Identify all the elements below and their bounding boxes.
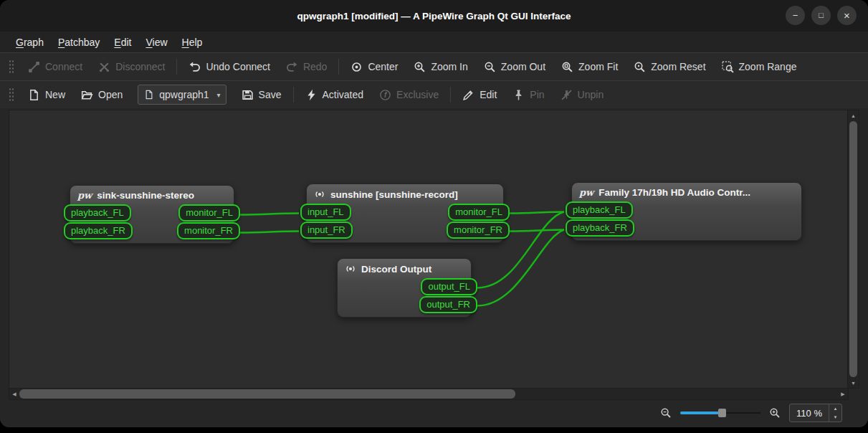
minimize-button[interactable]: − [786, 6, 805, 25]
menu-edit[interactable]: Edit [107, 34, 138, 50]
close-icon: × [844, 10, 850, 21]
node-family-hd-audio[interactable]: pw Family 17h/19h HD Audio Contr... play… [571, 182, 802, 241]
title-bar[interactable]: qpwgraph1 [modified] — A PipeWire Graph … [0, 0, 868, 32]
zoom-slider-track [722, 412, 760, 414]
pin-button[interactable]: Pin [505, 85, 552, 105]
scroll-right-button[interactable]: ▶ [838, 389, 848, 399]
zoom-out-button[interactable]: Zoom Out [476, 57, 553, 77]
menu-help[interactable]: Help [175, 34, 210, 50]
output-port[interactable]: monitor_FL [448, 204, 510, 221]
input-port[interactable]: input_FL [300, 204, 351, 221]
zoom-fit-icon [561, 61, 573, 73]
redo-button[interactable]: Redo [278, 57, 335, 77]
close-button[interactable]: × [837, 6, 857, 25]
wire-sink-fl-to-sunshine-fl[interactable] [239, 214, 299, 215]
horizontal-scroll-thumb[interactable] [19, 389, 515, 399]
input-port[interactable]: playback_FR [566, 219, 634, 237]
exclusive-toggle[interactable]: f Exclusive [371, 85, 447, 105]
zoom-reset-button[interactable]: Zoom Reset [626, 57, 713, 77]
audio-device-icon [314, 189, 325, 200]
undo-connect-button[interactable]: Undo Connect [181, 57, 278, 77]
vertical-scroll-thumb[interactable] [849, 121, 857, 377]
status-bar: 110 % ▲ ▼ [0, 400, 868, 427]
open-button[interactable]: Open [73, 85, 130, 105]
menu-view[interactable]: View [138, 34, 174, 50]
node-sunshine-record[interactable]: sunshine [sunshine-record] input_FL moni… [306, 184, 504, 243]
zoom-reset-icon [634, 61, 646, 73]
toolbar-drag-handle[interactable] [9, 87, 14, 102]
graph-canvas[interactable]: pw sink-sunshine-stereo playback_FL moni… [9, 110, 848, 389]
zoom-slider[interactable] [680, 407, 760, 419]
input-port[interactable]: playback_FR [64, 222, 133, 239]
port-row: playback_FL monitor_FL [70, 204, 234, 222]
spin-up-button[interactable]: ▲ [829, 404, 841, 413]
unpin-button[interactable]: Unpin [553, 85, 612, 105]
zoom-range-button[interactable]: Zoom Range [714, 57, 805, 77]
svg-text:f: f [384, 91, 388, 99]
input-port[interactable]: playback_FL [566, 201, 633, 219]
maximize-button[interactable]: □ [811, 6, 831, 25]
window-controls: − □ × [786, 6, 857, 25]
port-row: output_FL [338, 277, 471, 295]
patchbay-file-combobox[interactable]: qpwgraph1 ▾ [138, 85, 226, 105]
node-header: pw Family 17h/19h HD Audio Contr... [572, 183, 801, 201]
zoom-slider-fill [680, 411, 722, 414]
unpin-icon [561, 89, 573, 101]
scroll-left-button[interactable]: ◀ [9, 389, 19, 399]
spin-down-button[interactable]: ▼ [829, 413, 841, 422]
disconnect-icon [98, 61, 110, 73]
wire-sunshine-fr-to-family-fr[interactable] [510, 230, 564, 232]
zoom-value: 110 % [790, 404, 829, 422]
center-icon [350, 61, 363, 73]
connection-wires [9, 110, 847, 388]
activated-toggle[interactable]: Activated [297, 85, 372, 105]
node-sink-sunshine-stereo[interactable]: pw sink-sunshine-stereo playback_FL moni… [70, 185, 234, 244]
zoom-spinbox[interactable]: 110 % ▲ ▼ [789, 404, 842, 422]
port-row: playback_FL [572, 201, 801, 219]
port-row: output_FR [338, 295, 471, 313]
input-port[interactable]: input_FR [300, 222, 353, 239]
edit-button[interactable]: Edit [454, 85, 505, 105]
toolbar-separator [293, 87, 294, 103]
node-header: pw sink-sunshine-stereo [70, 186, 234, 204]
save-button[interactable]: Save [234, 85, 290, 105]
zoom-slider-handle[interactable] [718, 409, 726, 417]
open-folder-icon [81, 89, 93, 101]
port-row: input_FL monitor_FL [307, 203, 503, 221]
graph-toolbar: Connect Disconnect Undo Connect Redo Cen… [0, 52, 868, 80]
toolbar-drag-handle[interactable] [9, 60, 14, 74]
maximize-icon: □ [819, 11, 824, 19]
new-button[interactable]: New [20, 85, 73, 105]
node-title: Discord Output [361, 264, 431, 275]
center-button[interactable]: Center [343, 57, 406, 77]
output-port[interactable]: output_FR [419, 296, 477, 313]
lightning-icon [305, 89, 318, 101]
connect-button[interactable]: Connect [20, 57, 90, 77]
scroll-down-button[interactable]: ▼ [848, 378, 859, 388]
file-toolbar: New Open qpwgraph1 ▾ Save Activated f Ex… [0, 80, 868, 108]
output-port[interactable]: monitor_FR [177, 222, 240, 239]
node-title: sink-sunshine-stereo [97, 190, 194, 201]
horizontal-scroll-track[interactable] [19, 389, 838, 399]
menu-patchbay[interactable]: Patchbay [51, 34, 107, 50]
menu-graph[interactable]: Graph [9, 34, 51, 50]
output-port[interactable]: monitor_FR [447, 222, 510, 239]
zoom-in-button[interactable]: Zoom In [406, 57, 475, 77]
wire-sunshine-fl-to-family-fl[interactable] [510, 212, 564, 214]
scroll-up-button[interactable]: ▲ [848, 110, 859, 120]
disconnect-button[interactable]: Disconnect [90, 57, 173, 77]
output-port[interactable]: output_FL [421, 278, 477, 295]
node-title: Family 17h/19h HD Audio Contr... [598, 187, 750, 198]
input-port[interactable]: playback_FL [64, 204, 131, 222]
wire-sink-fr-to-sunshine-fr[interactable] [239, 232, 299, 233]
main-area: pw sink-sunshine-stereo playback_FL moni… [9, 110, 859, 389]
zoom-out-small-icon[interactable] [660, 407, 672, 419]
zoom-fit-button[interactable]: Zoom Fit [553, 57, 626, 77]
node-title: sunshine [sunshine-record] [330, 189, 458, 200]
new-file-icon [28, 89, 40, 101]
node-discord-output[interactable]: Discord Output output_FL output_FR [337, 258, 472, 318]
zoom-in-small-icon[interactable] [769, 407, 781, 419]
output-port[interactable]: monitor_FL [178, 204, 240, 222]
window-title: qpwgraph1 [modified] — A PipeWire Graph … [297, 11, 571, 22]
undo-icon [189, 61, 201, 73]
